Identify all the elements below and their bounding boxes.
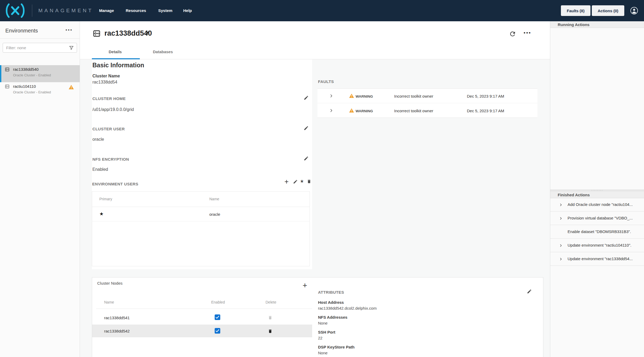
edit-user-pencil-icon[interactable] (293, 179, 298, 184)
edit-nfs-encryption-pencil-icon[interactable] (304, 156, 309, 161)
nav-help[interactable]: Help (183, 8, 192, 13)
app-window: MANAGEMENT Manage Resources System Help … (0, 0, 644, 357)
finished-action-row[interactable]: Add Oracle cluster node "ractiu104... (550, 198, 644, 211)
expand-chevron-icon[interactable] (559, 243, 562, 248)
running-actions-header: Running Actions (550, 21, 644, 28)
filter-funnel-icon[interactable] (69, 45, 74, 50)
fault-date: Dec 5, 2023 9:17 AM (467, 109, 504, 113)
sidebar-item-ractiu104110[interactable]: ractiu104110 Oracle Cluster - Enabled (0, 82, 80, 99)
environment-users-table (92, 191, 310, 266)
sidebar-menu-icon[interactable]: ••• (66, 27, 73, 33)
topbar: MANAGEMENT Manage Resources System Help … (0, 0, 644, 21)
delete-trash-icon-disabled (268, 315, 272, 320)
warning-icon (69, 85, 74, 89)
delete-trash-icon[interactable] (268, 329, 272, 334)
nfs-addresses-value: None (318, 321, 328, 325)
selected-indicator-bar (0, 65, 1, 82)
ssh-port-label: SSH Port (318, 330, 335, 334)
expand-chevron-icon[interactable] (329, 93, 333, 98)
nav-manage[interactable]: Manage (99, 8, 114, 13)
node-name-cell: rac1338dd541 (104, 316, 130, 320)
cluster-name-value: rac1338dd54 (92, 80, 117, 85)
enabled-checkbox-checked[interactable] (215, 314, 220, 320)
fault-summary: Incorrect toolkit owner (394, 109, 433, 113)
warning-icon (349, 108, 354, 113)
nodes-col-enabled: Enabled (211, 300, 225, 304)
brand-title: MANAGEMENT (38, 8, 93, 14)
ssh-port-value: 22 (318, 336, 323, 340)
faults-label: FAULTS (318, 79, 334, 84)
finished-action-row[interactable]: Update environment "rac1338dd54... (550, 252, 644, 266)
filter-input[interactable] (6, 44, 67, 51)
users-col-primary: Primary (99, 197, 112, 201)
dsp-keystore-path-value: None (318, 351, 328, 355)
environment-name: ractiu104110 (13, 84, 36, 89)
basic-information-heading: Basic Information (92, 62, 144, 69)
cluster-user-value: oracle (92, 137, 104, 142)
finished-actions-title: Finished Actions (558, 193, 590, 197)
environment-status: Oracle Cluster - Enabled (13, 90, 51, 94)
edit-title-pencil-icon[interactable] (145, 30, 150, 36)
cluster-home-label: CLUSTER HOME (92, 96, 126, 101)
expand-chevron-icon[interactable] (329, 108, 333, 113)
nfs-encryption-value: Enabled (92, 167, 108, 172)
add-node-plus-icon[interactable]: + (303, 281, 307, 289)
table-divider (317, 103, 537, 103)
nfs-encryption-label: NFS ENCRYPTION (92, 157, 129, 161)
delete-user-trash-icon[interactable] (307, 179, 311, 184)
warning-icon (349, 94, 354, 98)
table-divider (92, 207, 310, 207)
node-name-cell: rac1338dd542 (104, 329, 130, 333)
finished-action-row[interactable]: Update environment "ractiu104110". (550, 239, 644, 252)
nodes-col-delete: Delete (266, 300, 276, 304)
environment-name: rac1338dd540 (13, 67, 39, 72)
finished-action-label: Add Oracle cluster node "ractiu104... (568, 202, 642, 207)
tab-databases[interactable]: Databases (153, 49, 173, 54)
expand-chevron-icon[interactable] (559, 257, 562, 261)
sidebar-divider (0, 38, 80, 39)
add-user-plus-icon[interactable]: + (284, 178, 289, 186)
panel-splitter-handle[interactable]: ········ (550, 189, 644, 192)
finished-action-label: Provision virtual database "VDBO_... (568, 216, 642, 220)
environment-icon (5, 84, 10, 89)
user-name-cell: oracle (209, 212, 220, 217)
finished-action-row[interactable]: Enable dataset "DBOMSRB331B3". (550, 225, 644, 239)
nav-resources[interactable]: Resources (126, 8, 146, 13)
fault-severity: WARNING (356, 109, 373, 113)
expand-chevron-icon[interactable] (559, 216, 562, 221)
sidebar-item-rac1338dd540[interactable]: rac1338dd540 Oracle Cluster - Enabled (0, 65, 80, 82)
tab-details[interactable]: Details (109, 49, 122, 54)
users-col-name: Name (209, 197, 219, 201)
edit-cluster-user-pencil-icon[interactable] (304, 126, 309, 131)
finished-action-label: Update environment "rac1338dd54... (568, 256, 642, 261)
user-avatar-icon[interactable] (630, 7, 638, 15)
cluster-nodes-card (92, 277, 543, 357)
nfs-addresses-label: NFS Addresses (318, 315, 347, 319)
fault-date: Dec 5, 2023 9:17 AM (467, 94, 504, 98)
primary-star-icon: ★ (99, 211, 104, 217)
cluster-name-label: Cluster Name (92, 74, 120, 78)
finished-actions-header: Finished Actions (550, 192, 644, 198)
filter-box (3, 43, 77, 53)
nodes-col-name: Name (104, 300, 114, 304)
edit-cluster-home-pencil-icon[interactable] (304, 95, 309, 100)
nav-system[interactable]: System (158, 8, 172, 13)
sidebar-title: Environments (5, 28, 38, 34)
table-divider (92, 221, 310, 221)
faults-button[interactable]: Faults (8) (561, 5, 590, 16)
expand-chevron-icon[interactable] (559, 203, 562, 207)
finished-action-row[interactable]: Provision virtual database "VDBO_... (550, 211, 644, 225)
finished-action-label: Enable dataset "DBOMSRB331B3". (568, 229, 642, 234)
edit-attributes-pencil-icon[interactable] (527, 289, 532, 294)
host-address-value: rac1338dd542.dcol2.delphix.com (318, 306, 377, 310)
host-address-label: Host Address (318, 300, 344, 305)
fault-severity: WARNING (356, 94, 373, 98)
refresh-icon[interactable] (509, 30, 516, 38)
actions-button[interactable]: Actions (0) (592, 5, 624, 16)
page-menu-kebab-icon[interactable]: ••• (524, 30, 531, 36)
set-primary-star-icon[interactable]: ★ (300, 178, 304, 184)
cluster-user-label: CLUSTER USER (92, 127, 125, 131)
delphix-logo-icon (5, 3, 26, 18)
enabled-checkbox-checked[interactable] (215, 328, 220, 334)
finished-action-label: Update environment "ractiu104110". (568, 243, 642, 247)
